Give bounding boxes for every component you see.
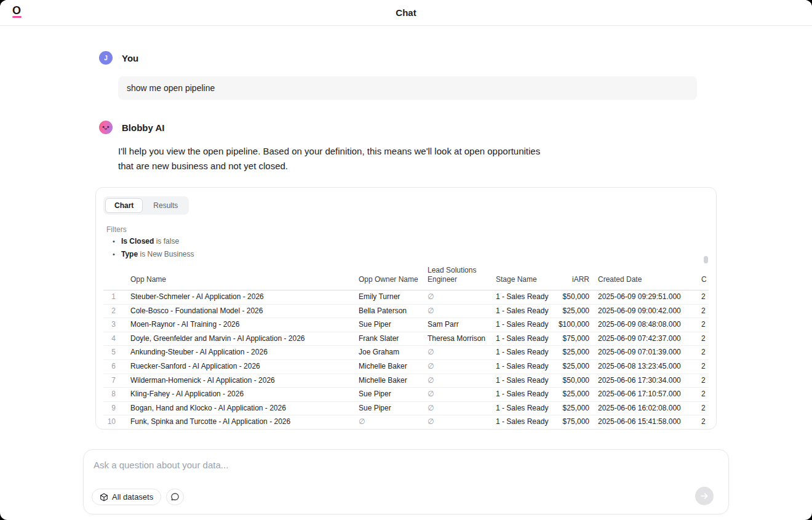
cell-row-number: 1 [103, 290, 130, 305]
cell-iarr: $50,000 [555, 290, 589, 305]
cell-clipped: 2 [693, 415, 709, 429]
table-body: 1 Steuber-Schmeler - AI Application - 20… [103, 290, 709, 429]
cell-row-number: 2 [103, 304, 130, 318]
cell-created-date: 2025-06-09 09:00:42.000 [589, 304, 693, 318]
logo-glyph: O [10, 4, 23, 17]
cell-opp-owner: Sue Piper [359, 318, 428, 332]
comment-button[interactable] [166, 489, 184, 505]
col-header-opp-owner[interactable]: Opp Owner Name [359, 266, 428, 290]
vertical-scrollbar-thumb[interactable] [704, 256, 708, 263]
all-datasets-label: All datasets [112, 492, 153, 502]
app-logo[interactable]: O [10, 4, 23, 18]
cell-iarr: $25,000 [555, 388, 589, 402]
cell-clipped: 2 [693, 346, 709, 360]
cell-opp-owner: ∅ [359, 415, 428, 429]
cell-created-date: 2025-06-09 07:42:37.000 [589, 332, 693, 346]
table-row[interactable]: 2 Cole-Bosco - Foundational Model - 2026… [103, 304, 709, 318]
table-row[interactable]: 10 Funk, Spinka and Turcotte - AI Applic… [103, 415, 709, 429]
cell-created-date: 2025-06-06 15:41:58.000 [589, 415, 693, 429]
results-table-viewport[interactable]: Opp Name Opp Owner Name Lead Solutions E… [103, 266, 709, 430]
table-row[interactable]: 3 Moen-Raynor - AI Training - 2026 Sue P… [103, 318, 709, 332]
table-row[interactable]: 6 Ruecker-Sanford - AI Application - 202… [103, 359, 709, 374]
cell-stage: 1 - Sales Ready [496, 388, 555, 402]
cell-lead-se: ∅ [428, 290, 496, 305]
top-bar: O Chat [0, 0, 812, 26]
cell-opp-owner: Joe Graham [359, 346, 428, 360]
cell-created-date: 2025-06-09 09:29:51.000 [589, 290, 693, 305]
table-row[interactable]: 5 Ankunding-Steuber - AI Application - 2… [103, 346, 709, 360]
col-header-lead-se[interactable]: Lead Solutions Engineer [428, 266, 496, 290]
cell-row-number: 6 [103, 359, 130, 374]
filter-item-type: •Type is New Business [113, 249, 709, 260]
cell-row-number: 5 [103, 346, 130, 360]
col-header-created[interactable]: Created Date [589, 266, 693, 290]
composer: All datasets [83, 449, 729, 514]
cell-opp-owner: Michelle Baker [359, 359, 428, 374]
cell-created-date: 2025-06-06 16:02:08.000 [589, 401, 693, 415]
user-message-bubble: show me open pipeline [118, 76, 697, 100]
speech-bubble-icon [170, 492, 180, 502]
cell-row-number: 8 [103, 388, 130, 402]
cell-lead-se: Theresa Morrison [428, 332, 496, 346]
table-row[interactable]: 9 Bogan, Hand and Klocko - AI Applicatio… [103, 401, 709, 415]
col-header-opp-name[interactable]: Opp Name [130, 266, 359, 290]
cell-stage: 1 - Sales Ready [496, 332, 555, 346]
user-avatar-initial: J [104, 55, 108, 62]
page-title: Chat [396, 7, 416, 18]
cell-opp-owner: Emily Turner [359, 290, 428, 305]
cell-iarr: $25,000 [555, 359, 589, 374]
cell-opp-name: Moen-Raynor - AI Training - 2026 [130, 318, 359, 332]
all-datasets-button[interactable]: All datasets [92, 489, 161, 505]
cell-lead-se: Sam Parr [428, 318, 496, 332]
cell-iarr: $75,000 [555, 332, 589, 346]
cell-opp-name: Ruecker-Sanford - AI Application - 2026 [130, 359, 359, 374]
cell-opp-owner: Bella Paterson [359, 304, 428, 318]
col-header-iarr[interactable]: iARR [555, 266, 589, 290]
question-input[interactable] [94, 460, 647, 470]
cell-clipped: 2 [693, 359, 709, 374]
cell-created-date: 2025-06-09 08:48:08.000 [589, 318, 693, 332]
cell-clipped: 2 [693, 374, 709, 388]
cell-opp-name: Kling-Fahey - AI Application - 2026 [130, 388, 359, 402]
cell-clipped: 2 [693, 401, 709, 415]
tab-results[interactable]: Results [144, 198, 187, 213]
results-table: Opp Name Opp Owner Name Lead Solutions E… [103, 266, 709, 429]
chat-scroll-area[interactable]: J You show me open pipeline [0, 51, 812, 430]
send-button[interactable] [695, 487, 714, 505]
cell-iarr: $100,000 [555, 318, 589, 332]
result-card: Chart Results Filters •Is Closed is fals… [95, 187, 717, 430]
cell-opp-name: Steuber-Schmeler - AI Application - 2026 [130, 290, 359, 305]
cell-stage: 1 - Sales Ready [496, 415, 555, 429]
composer-actions: All datasets [92, 489, 184, 505]
col-header-stage[interactable]: Stage Name [496, 266, 555, 290]
table-row[interactable]: 8 Kling-Fahey - AI Application - 2026 Su… [103, 388, 709, 402]
assistant-message-block: Blobby AI I'll help you view the open pi… [95, 121, 717, 174]
cell-row-number: 10 [103, 415, 130, 429]
cell-clipped: 2 [693, 318, 709, 332]
cell-clipped: 2 [693, 332, 709, 346]
table-row[interactable]: 4 Doyle, Greenfelder and Marvin - AI App… [103, 332, 709, 346]
cell-opp-name: Bogan, Hand and Klocko - AI Application … [130, 401, 359, 415]
cell-clipped: 2 [693, 304, 709, 318]
filter-item-is-closed: •Is Closed is false [113, 236, 709, 247]
cell-opp-name: Cole-Bosco - Foundational Model - 2026 [130, 304, 359, 318]
cell-clipped: 2 [693, 388, 709, 402]
cell-stage: 1 - Sales Ready [496, 374, 555, 388]
table-row[interactable]: 1 Steuber-Schmeler - AI Application - 20… [103, 290, 709, 305]
cell-iarr: $50,000 [555, 374, 589, 388]
cell-opp-owner: Frank Slater [359, 332, 428, 346]
cell-stage: 1 - Sales Ready [496, 401, 555, 415]
cell-row-number: 9 [103, 401, 130, 415]
cell-stage: 1 - Sales Ready [496, 359, 555, 374]
col-header-num [103, 266, 130, 290]
cell-created-date: 2025-06-06 17:30:34.000 [589, 374, 693, 388]
cell-stage: 1 - Sales Ready [496, 318, 555, 332]
table-row[interactable]: 7 Wilderman-Homenick - AI Application - … [103, 374, 709, 388]
col-header-clipped[interactable]: C [693, 266, 709, 290]
cell-iarr: $25,000 [555, 401, 589, 415]
user-avatar: J [99, 51, 113, 65]
cell-stage: 1 - Sales Ready [496, 290, 555, 305]
tab-chart[interactable]: Chart [105, 198, 143, 213]
cell-iarr: $25,000 [555, 346, 589, 360]
filter-field: Is Closed [121, 237, 154, 246]
